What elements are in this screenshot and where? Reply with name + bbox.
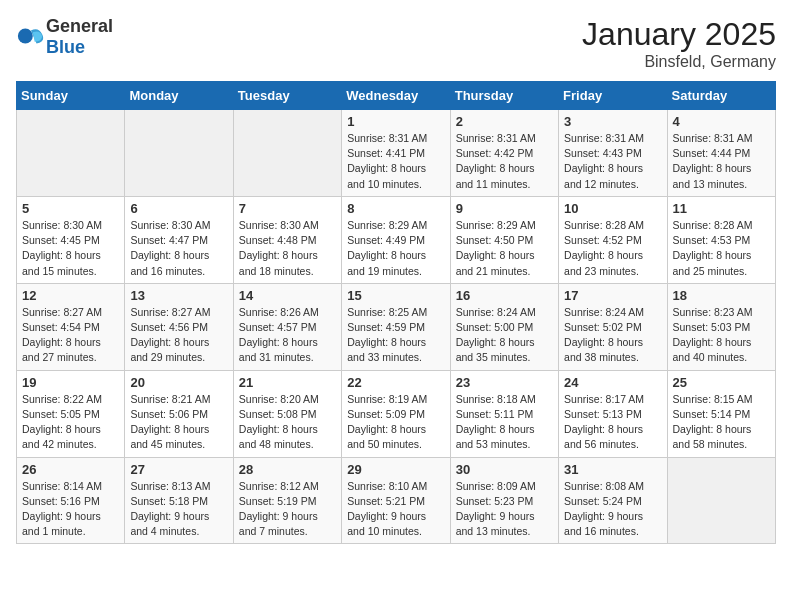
day-info: Sunrise: 8:15 AMSunset: 5:14 PMDaylight:… [673, 392, 770, 453]
header-cell-saturday: Saturday [667, 82, 775, 110]
day-info: Sunrise: 8:28 AMSunset: 4:52 PMDaylight:… [564, 218, 661, 279]
day-info: Sunrise: 8:17 AMSunset: 5:13 PMDaylight:… [564, 392, 661, 453]
logo: General Blue [16, 16, 113, 58]
day-cell: 15Sunrise: 8:25 AMSunset: 4:59 PMDayligh… [342, 283, 450, 370]
day-cell: 17Sunrise: 8:24 AMSunset: 5:02 PMDayligh… [559, 283, 667, 370]
day-info: Sunrise: 8:29 AMSunset: 4:49 PMDaylight:… [347, 218, 444, 279]
day-cell: 12Sunrise: 8:27 AMSunset: 4:54 PMDayligh… [17, 283, 125, 370]
header-cell-thursday: Thursday [450, 82, 558, 110]
day-number: 1 [347, 114, 444, 129]
day-cell: 21Sunrise: 8:20 AMSunset: 5:08 PMDayligh… [233, 370, 341, 457]
header-cell-sunday: Sunday [17, 82, 125, 110]
day-cell: 20Sunrise: 8:21 AMSunset: 5:06 PMDayligh… [125, 370, 233, 457]
day-number: 26 [22, 462, 119, 477]
header-cell-wednesday: Wednesday [342, 82, 450, 110]
day-number: 3 [564, 114, 661, 129]
header-cell-friday: Friday [559, 82, 667, 110]
day-cell: 28Sunrise: 8:12 AMSunset: 5:19 PMDayligh… [233, 457, 341, 544]
day-cell: 25Sunrise: 8:15 AMSunset: 5:14 PMDayligh… [667, 370, 775, 457]
svg-point-0 [18, 29, 33, 44]
day-info: Sunrise: 8:08 AMSunset: 5:24 PMDaylight:… [564, 479, 661, 540]
day-number: 5 [22, 201, 119, 216]
day-number: 6 [130, 201, 227, 216]
day-info: Sunrise: 8:31 AMSunset: 4:42 PMDaylight:… [456, 131, 553, 192]
day-cell [233, 110, 341, 197]
week-row-4: 19Sunrise: 8:22 AMSunset: 5:05 PMDayligh… [17, 370, 776, 457]
day-cell: 27Sunrise: 8:13 AMSunset: 5:18 PMDayligh… [125, 457, 233, 544]
logo-general: General [46, 16, 113, 36]
day-number: 25 [673, 375, 770, 390]
day-number: 30 [456, 462, 553, 477]
day-info: Sunrise: 8:24 AMSunset: 5:02 PMDaylight:… [564, 305, 661, 366]
day-number: 23 [456, 375, 553, 390]
day-number: 20 [130, 375, 227, 390]
day-cell: 22Sunrise: 8:19 AMSunset: 5:09 PMDayligh… [342, 370, 450, 457]
day-info: Sunrise: 8:31 AMSunset: 4:43 PMDaylight:… [564, 131, 661, 192]
day-number: 27 [130, 462, 227, 477]
day-info: Sunrise: 8:23 AMSunset: 5:03 PMDaylight:… [673, 305, 770, 366]
day-cell [125, 110, 233, 197]
day-number: 29 [347, 462, 444, 477]
day-cell: 24Sunrise: 8:17 AMSunset: 5:13 PMDayligh… [559, 370, 667, 457]
day-number: 13 [130, 288, 227, 303]
day-number: 12 [22, 288, 119, 303]
day-info: Sunrise: 8:20 AMSunset: 5:08 PMDaylight:… [239, 392, 336, 453]
day-number: 19 [22, 375, 119, 390]
day-cell: 1Sunrise: 8:31 AMSunset: 4:41 PMDaylight… [342, 110, 450, 197]
day-cell: 30Sunrise: 8:09 AMSunset: 5:23 PMDayligh… [450, 457, 558, 544]
title-block: January 2025 Binsfeld, Germany [582, 16, 776, 71]
day-number: 10 [564, 201, 661, 216]
day-info: Sunrise: 8:28 AMSunset: 4:53 PMDaylight:… [673, 218, 770, 279]
day-number: 15 [347, 288, 444, 303]
day-cell: 14Sunrise: 8:26 AMSunset: 4:57 PMDayligh… [233, 283, 341, 370]
day-cell: 16Sunrise: 8:24 AMSunset: 5:00 PMDayligh… [450, 283, 558, 370]
day-number: 24 [564, 375, 661, 390]
day-info: Sunrise: 8:21 AMSunset: 5:06 PMDaylight:… [130, 392, 227, 453]
day-info: Sunrise: 8:27 AMSunset: 4:56 PMDaylight:… [130, 305, 227, 366]
day-cell: 11Sunrise: 8:28 AMSunset: 4:53 PMDayligh… [667, 196, 775, 283]
day-cell: 9Sunrise: 8:29 AMSunset: 4:50 PMDaylight… [450, 196, 558, 283]
day-number: 28 [239, 462, 336, 477]
day-info: Sunrise: 8:25 AMSunset: 4:59 PMDaylight:… [347, 305, 444, 366]
page-header: General Blue January 2025 Binsfeld, Germ… [16, 16, 776, 71]
day-number: 8 [347, 201, 444, 216]
day-info: Sunrise: 8:12 AMSunset: 5:19 PMDaylight:… [239, 479, 336, 540]
day-info: Sunrise: 8:22 AMSunset: 5:05 PMDaylight:… [22, 392, 119, 453]
day-cell: 29Sunrise: 8:10 AMSunset: 5:21 PMDayligh… [342, 457, 450, 544]
day-cell: 3Sunrise: 8:31 AMSunset: 4:43 PMDaylight… [559, 110, 667, 197]
week-row-1: 1Sunrise: 8:31 AMSunset: 4:41 PMDaylight… [17, 110, 776, 197]
logo-text: General Blue [46, 16, 113, 58]
day-cell: 10Sunrise: 8:28 AMSunset: 4:52 PMDayligh… [559, 196, 667, 283]
day-number: 7 [239, 201, 336, 216]
page-subtitle: Binsfeld, Germany [582, 53, 776, 71]
day-cell: 31Sunrise: 8:08 AMSunset: 5:24 PMDayligh… [559, 457, 667, 544]
week-row-2: 5Sunrise: 8:30 AMSunset: 4:45 PMDaylight… [17, 196, 776, 283]
day-info: Sunrise: 8:18 AMSunset: 5:11 PMDaylight:… [456, 392, 553, 453]
day-info: Sunrise: 8:10 AMSunset: 5:21 PMDaylight:… [347, 479, 444, 540]
day-info: Sunrise: 8:27 AMSunset: 4:54 PMDaylight:… [22, 305, 119, 366]
day-number: 4 [673, 114, 770, 129]
day-cell: 2Sunrise: 8:31 AMSunset: 4:42 PMDaylight… [450, 110, 558, 197]
day-info: Sunrise: 8:31 AMSunset: 4:41 PMDaylight:… [347, 131, 444, 192]
day-cell: 5Sunrise: 8:30 AMSunset: 4:45 PMDaylight… [17, 196, 125, 283]
header-cell-tuesday: Tuesday [233, 82, 341, 110]
day-number: 18 [673, 288, 770, 303]
day-number: 31 [564, 462, 661, 477]
day-cell: 4Sunrise: 8:31 AMSunset: 4:44 PMDaylight… [667, 110, 775, 197]
day-number: 2 [456, 114, 553, 129]
day-info: Sunrise: 8:31 AMSunset: 4:44 PMDaylight:… [673, 131, 770, 192]
day-cell [17, 110, 125, 197]
day-cell: 8Sunrise: 8:29 AMSunset: 4:49 PMDaylight… [342, 196, 450, 283]
logo-icon [16, 23, 44, 51]
day-cell: 7Sunrise: 8:30 AMSunset: 4:48 PMDaylight… [233, 196, 341, 283]
day-info: Sunrise: 8:09 AMSunset: 5:23 PMDaylight:… [456, 479, 553, 540]
day-cell: 26Sunrise: 8:14 AMSunset: 5:16 PMDayligh… [17, 457, 125, 544]
day-number: 11 [673, 201, 770, 216]
day-cell: 6Sunrise: 8:30 AMSunset: 4:47 PMDaylight… [125, 196, 233, 283]
day-number: 14 [239, 288, 336, 303]
page-title: January 2025 [582, 16, 776, 53]
day-number: 17 [564, 288, 661, 303]
day-info: Sunrise: 8:19 AMSunset: 5:09 PMDaylight:… [347, 392, 444, 453]
day-number: 9 [456, 201, 553, 216]
header-row: SundayMondayTuesdayWednesdayThursdayFrid… [17, 82, 776, 110]
